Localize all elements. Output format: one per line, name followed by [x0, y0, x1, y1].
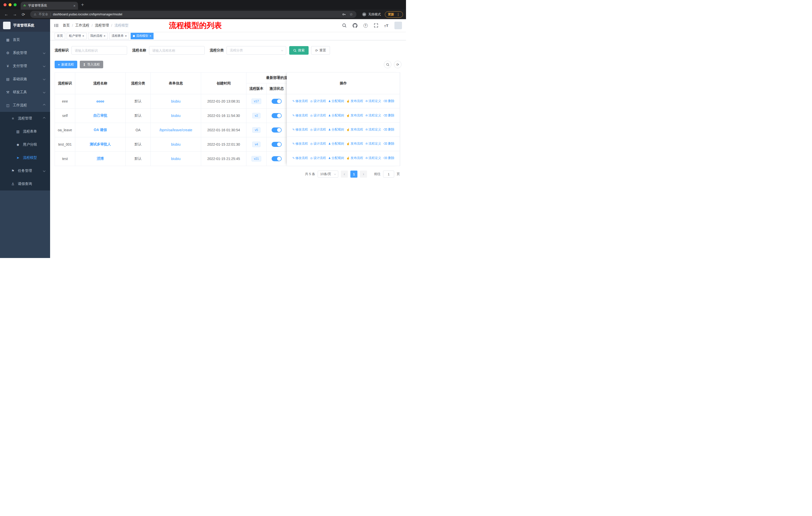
form-info-link[interactable]: /bpm/oa/leave/create [159, 128, 192, 132]
form-info-link[interactable]: biubiu [171, 157, 180, 161]
sidebar-item-infrastructure[interactable]: ▤基础设施 [0, 73, 50, 86]
design-process-button[interactable]: ◎设计流程 [310, 128, 326, 132]
sidebar-item-process-management[interactable]: ≡流程管理 [0, 112, 50, 125]
process-definition-button[interactable]: ✇流程定义 [366, 99, 381, 103]
close-window-button[interactable] [3, 3, 6, 6]
reset-button[interactable]: ⟳ 重置 [311, 46, 330, 55]
password-key-icon[interactable] [342, 12, 346, 17]
form-info-link[interactable]: biubiu [171, 142, 180, 146]
fullscreen-icon[interactable] [374, 23, 378, 28]
refresh-table-button[interactable]: ⟳ [394, 61, 402, 68]
goto-page-input[interactable] [383, 170, 394, 178]
tab-close-icon[interactable]: × [104, 34, 106, 37]
active-toggle[interactable] [271, 99, 282, 104]
design-process-button[interactable]: ◎设计流程 [310, 156, 326, 160]
tab-home[interactable]: 首页 [55, 33, 65, 39]
browser-tab[interactable]: ☘ 芋道管理系统 × [21, 2, 78, 9]
search-icon[interactable] [342, 23, 347, 28]
active-toggle[interactable] [271, 113, 282, 118]
filter-category-select[interactable]: 流程分类 [227, 46, 286, 55]
tab-process-model[interactable]: 流程模型× [130, 33, 154, 39]
assign-rule-button[interactable]: ♟分配规则 [328, 128, 344, 132]
font-size-icon[interactable]: TT [384, 23, 388, 28]
page-number-1[interactable]: 1 [350, 170, 357, 178]
delete-process-button[interactable]: ⌫删除 [383, 156, 395, 160]
sidebar-item-dev-tools[interactable]: ⚒研发工具 [0, 86, 50, 99]
sidebar-item-process-form[interactable]: ▥流程表单 [0, 125, 50, 138]
assign-rule-button[interactable]: ♟分配规则 [328, 142, 344, 146]
tab-close-icon[interactable]: × [82, 34, 84, 37]
new-tab-button[interactable]: + [81, 2, 84, 8]
import-process-button[interactable]: ↥ 导入流程 [80, 61, 103, 68]
toggle-search-button[interactable] [384, 61, 392, 68]
publish-process-button[interactable]: ☝发布流程 [346, 142, 363, 146]
sidebar-item-task-management[interactable]: ⚑任务管理 [0, 164, 50, 178]
active-toggle[interactable] [271, 128, 282, 133]
breadcrumb-item[interactable]: 首页 [63, 23, 70, 28]
tab-close-icon[interactable]: × [125, 34, 127, 37]
form-info-link[interactable]: biubiu [171, 114, 180, 118]
tab-process-form[interactable]: 流程表单× [109, 33, 129, 39]
back-button[interactable]: ← [3, 12, 9, 17]
process-name-link[interactable]: OA 请假 [94, 128, 107, 132]
form-info-link[interactable]: biubiu [171, 99, 180, 103]
modify-process-button[interactable]: ✎修改流程 [292, 113, 308, 118]
zoom-window-button[interactable] [13, 3, 17, 6]
tab-my-process[interactable]: 我的流程× [88, 33, 108, 39]
sidebar-item-process-model[interactable]: ➤流程模型 [0, 151, 50, 164]
browser-menu-icon[interactable]: ⋮ [397, 12, 400, 17]
help-icon[interactable]: ? [364, 23, 368, 28]
create-process-button[interactable]: + 新建流程 [55, 61, 77, 68]
process-definition-button[interactable]: ✇流程定义 [366, 128, 381, 132]
modify-process-button[interactable]: ✎修改流程 [292, 128, 308, 132]
sidebar-item-home[interactable]: ▦首页 [0, 33, 50, 46]
breadcrumb-item[interactable]: 流程管理 [95, 23, 109, 28]
process-name-link[interactable]: 自己审批 [93, 113, 108, 117]
user-avatar[interactable] [395, 22, 402, 29]
process-name-link[interactable]: 测试多审批人 [90, 142, 111, 146]
process-definition-button[interactable]: ✇流程定义 [366, 113, 381, 118]
sidebar-item-workflow[interactable]: ◫工作流程 [0, 99, 50, 112]
sidebar-item-leave-query[interactable]: ♙请假查询 [0, 178, 50, 190]
active-toggle[interactable] [271, 156, 282, 161]
process-name-link[interactable]: eeee [96, 99, 104, 103]
design-process-button[interactable]: ◎设计流程 [310, 142, 326, 146]
prev-page-button[interactable]: ‹ [341, 170, 348, 178]
publish-process-button[interactable]: ☝发布流程 [346, 128, 363, 132]
page-size-select[interactable]: 10条/页 [318, 170, 338, 178]
sidebar-item-user-group[interactable]: ☻用户分组 [0, 138, 50, 151]
modify-process-button[interactable]: ✎修改流程 [292, 156, 308, 160]
modify-process-button[interactable]: ✎修改流程 [292, 99, 308, 103]
tab-close-icon[interactable]: × [73, 3, 76, 8]
delete-process-button[interactable]: ⌫删除 [383, 99, 395, 103]
filter-name-input[interactable] [149, 46, 205, 55]
update-browser-button[interactable]: 更新 ⋮ [385, 11, 403, 18]
delete-process-button[interactable]: ⌫删除 [383, 128, 395, 132]
minimize-window-button[interactable] [8, 3, 11, 6]
tab-tenant-management[interactable]: 租户管理× [67, 33, 87, 39]
reload-button[interactable]: ⟳ [20, 12, 27, 17]
publish-process-button[interactable]: ☝发布流程 [346, 99, 363, 103]
process-definition-button[interactable]: ✇流程定义 [366, 156, 381, 160]
filter-key-input[interactable] [71, 46, 127, 55]
publish-process-button[interactable]: ☝发布流程 [346, 113, 363, 118]
process-name-link[interactable]: 滔博 [97, 157, 104, 161]
design-process-button[interactable]: ◎设计流程 [310, 113, 326, 118]
active-toggle[interactable] [271, 142, 282, 147]
delete-process-button[interactable]: ⌫删除 [383, 142, 395, 146]
assign-rule-button[interactable]: ♟分配规则 [328, 156, 344, 160]
breadcrumb-item[interactable]: 工作流程 [75, 23, 89, 28]
sidebar-item-system-management[interactable]: ⚙系统管理 [0, 46, 50, 59]
hamburger-icon[interactable] [50, 19, 63, 32]
github-icon[interactable] [353, 23, 357, 28]
modify-process-button[interactable]: ✎修改流程 [292, 142, 308, 146]
search-button[interactable]: 搜索 [289, 46, 309, 55]
address-bar[interactable]: ⚠ 不安全 dashboard.yudao.iocoder.cn/bpm/man… [30, 11, 356, 18]
forward-button[interactable]: → [11, 12, 18, 17]
process-definition-button[interactable]: ✇流程定义 [366, 142, 381, 146]
next-page-button[interactable]: › [360, 170, 367, 178]
tab-close-icon[interactable]: × [149, 34, 151, 37]
publish-process-button[interactable]: ☝发布流程 [346, 156, 363, 160]
design-process-button[interactable]: ◎设计流程 [310, 99, 326, 103]
assign-rule-button[interactable]: ♟分配规则 [328, 113, 344, 118]
